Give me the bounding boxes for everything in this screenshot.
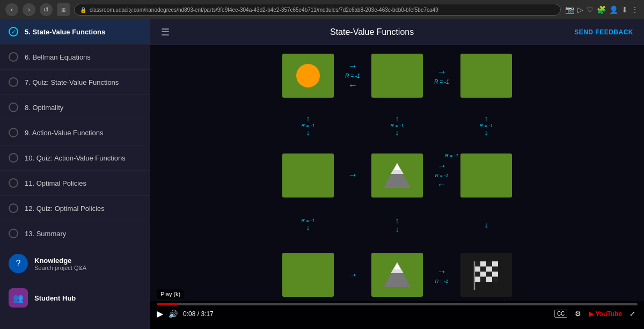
browser-icons: 📷 ▷ ♡ 🧩 👤 ⬇ ⋮: [565, 5, 639, 14]
cc-button[interactable]: CC: [554, 310, 567, 318]
sidebar-item-5-label: 5. State-Value Functions: [25, 28, 105, 36]
left-arrow-icon: ←: [348, 80, 357, 91]
right-arrow-row2-icon: →: [348, 170, 357, 181]
progress-fill: [157, 303, 178, 305]
sidebar-item-5[interactable]: 5. State-Value Functions: [0, 19, 150, 45]
download-icon[interactable]: ⬇: [621, 5, 628, 14]
sidebar-item-10-label: 10. Quiz: Action-Value Functions: [25, 154, 126, 162]
right-arrow-2-icon: →: [437, 67, 447, 78]
cell-3-2-mountain: [371, 253, 423, 297]
down-arrow-3-icon: ↓: [484, 128, 488, 137]
forward-button[interactable]: ›: [23, 3, 35, 16]
right-arrow-row2b-icon: →: [437, 160, 447, 172]
video-content: → R = -1 ← → R = -1: [150, 45, 644, 329]
browser-chrome: ‹ › ↺ ⊞ 🔒 classroom.udacity.com/nanodegr…: [0, 0, 644, 19]
cell-2-3: [460, 153, 512, 198]
left-arrow-row2-icon: ←: [437, 179, 447, 191]
up-arrow-icon: ↑: [306, 114, 310, 123]
student-hub-icon: 👥: [9, 288, 28, 308]
v-up-2: ↑ R = -1 ↓: [391, 114, 404, 137]
time-display: 0:08 / 3:17: [183, 310, 214, 318]
sidebar-item-13[interactable]: 13. Summary: [0, 221, 150, 246]
sidebar-item-12-label: 12. Quiz: Optimal Policies: [25, 204, 105, 213]
right-arrow-row3-icon: →: [348, 269, 357, 281]
student-hub-title: Student Hub: [34, 294, 76, 302]
v-arrow-group-5: ↑ ↓: [371, 216, 423, 233]
back-button[interactable]: ‹: [5, 3, 18, 16]
check-circle-9: [9, 128, 18, 137]
bookmark-icon[interactable]: ♡: [587, 5, 594, 14]
down-arrow-icon: ↓: [306, 128, 310, 137]
sidebar-item-10[interactable]: 10. Quiz: Action-Value Functions: [0, 145, 150, 171]
progress-bar[interactable]: [157, 303, 638, 305]
play-button[interactable]: ▶: [157, 309, 163, 319]
video-container: → R = -1 ← → R = -1: [150, 45, 644, 329]
cast-icon[interactable]: ▷: [577, 5, 583, 14]
url-bar[interactable]: 🔒 classroom.udacity.com/nanodegrees/nd89…: [74, 4, 561, 16]
sidebar-item-7[interactable]: 7. Quiz: State-Value Functions: [0, 70, 150, 95]
profile-icon[interactable]: 👤: [609, 5, 618, 14]
sidebar-item-8[interactable]: 8. Optimality: [0, 95, 150, 120]
check-circle-13: [9, 229, 18, 238]
fullscreen-button[interactable]: ⤢: [627, 309, 638, 319]
url-text: classroom.udacity.com/nanodegrees/nd893-…: [90, 7, 438, 13]
check-circle-5: [9, 27, 18, 36]
menu-dots-icon[interactable]: ⋮: [631, 5, 639, 14]
h-arrow-2-2: →: [334, 170, 371, 181]
screenshot-icon[interactable]: 📷: [565, 5, 574, 14]
svg-rect-10: [492, 267, 498, 272]
settings-button[interactable]: ⚙: [573, 309, 583, 319]
student-hub-text: Student Hub: [34, 294, 76, 302]
student-hub-item[interactable]: 👥 Student Hub: [0, 281, 150, 315]
sidebar-item-13-label: 13. Summary: [25, 230, 66, 238]
knowledge-item[interactable]: ? Knowledge Search project Q&A: [0, 246, 150, 281]
hamburger-menu-icon[interactable]: ☰: [161, 26, 170, 38]
youtube-logo: ▶ YouTube: [589, 310, 622, 318]
reward-label-1: R = -1: [345, 73, 360, 79]
check-circle-8: [9, 103, 18, 112]
h-arrow-3-3: → R = -1: [423, 266, 460, 284]
svg-marker-2: [394, 163, 400, 170]
reward-label-2: R = -1: [434, 79, 449, 85]
knowledge-text: Knowledge Search project Q&A: [34, 257, 86, 271]
svg-rect-8: [486, 261, 492, 267]
grid-row-3: → → R = -1: [159, 251, 635, 299]
right-arrow-row3b-icon: →: [437, 266, 447, 277]
v-arrows-row-1-2: ↑ R = -1 ↓ ↑ R = -1 ↓: [159, 117, 635, 134]
v-arrow-group-1: ↑ R = -1 ↓: [282, 114, 334, 137]
mountain-svg-2: [381, 261, 413, 288]
down-arrow-2-icon: ↓: [395, 128, 399, 137]
top-bar: ☰ State-Value Functions SEND FEEDBACK: [150, 19, 644, 45]
volume-button[interactable]: 🔊: [169, 310, 178, 318]
cell-1-3: [460, 54, 512, 98]
sidebar-item-6[interactable]: 6. Bellman Equations: [0, 45, 150, 70]
down-arrow-r3-icon: ↓: [485, 221, 488, 229]
grid-row-1: → R = -1 ← → R = -1: [159, 52, 635, 100]
send-feedback-button[interactable]: SEND FEEDBACK: [574, 28, 633, 36]
v-arrow-group-4: R = -1 ↓: [282, 218, 334, 232]
svg-rect-11: [474, 272, 480, 277]
knowledge-subtitle: Search project Q&A: [34, 265, 86, 271]
page-title: State-Value Functions: [330, 27, 414, 37]
check-circle-6: [9, 52, 18, 62]
check-circle-12: [9, 203, 18, 213]
h-arrow-1-3: → R = -1: [423, 67, 460, 85]
sidebar-item-11[interactable]: 11. Optimal Policies: [0, 171, 150, 196]
up-arrow-3-icon: ↑: [484, 114, 488, 123]
sidebar: 5. State-Value Functions 6. Bellman Equa…: [0, 19, 150, 329]
v-arrow-group-6: ↓: [460, 221, 512, 229]
video-controls: ▶ 🔊 0:08 / 3:17 CC ⚙ ▶ YouTube ⤢: [150, 301, 644, 329]
extensions-icon[interactable]: 🧩: [597, 5, 606, 14]
sidebar-item-6-label: 6. Bellman Equations: [25, 53, 91, 61]
svg-rect-9: [480, 267, 486, 272]
reload-button[interactable]: ↺: [40, 3, 53, 16]
sidebar-item-9[interactable]: 9. Action-Value Functions: [0, 120, 150, 145]
reward-r7: R = -1: [435, 173, 449, 178]
h-arrow-2-3: → R = -1 R = -1 ←: [423, 160, 460, 191]
cell-1-1: [282, 54, 334, 98]
cell-1-2: [371, 54, 423, 98]
extension-button[interactable]: ⊞: [57, 3, 70, 16]
visualization: → R = -1 ← → R = -1: [159, 52, 635, 299]
sidebar-item-12[interactable]: 12. Quiz: Optimal Policies: [0, 196, 150, 221]
flag-svg: [470, 259, 502, 291]
